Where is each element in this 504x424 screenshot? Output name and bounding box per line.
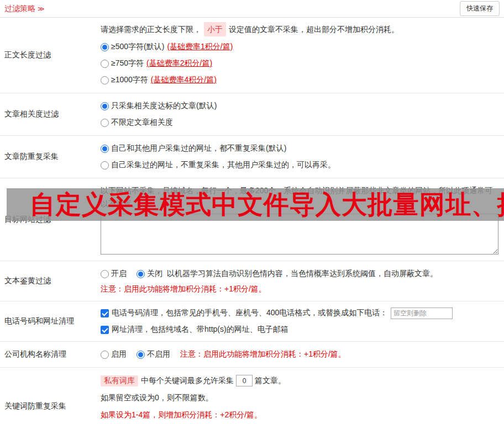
- option-label: 不启用: [147, 349, 170, 359]
- url-clean-line: 网址清理，包括纯域名、带http(s)的网址、电子邮箱: [101, 321, 498, 338]
- option-label: 不限定文章相关度: [111, 118, 173, 128]
- option-label: ≥1000字符: [111, 75, 148, 85]
- fee-note: (基础费率2积分/篇): [146, 59, 212, 68]
- radio-porn-off[interactable]: [136, 270, 145, 278]
- relevance-filter-label: 文章相关度过滤: [0, 93, 95, 135]
- row-phone-url-clean: 电话号码和网址清理 电话号码清理，包括常见的手机号、座机号、400电话格式，或替…: [0, 301, 504, 342]
- row-dedup-filter: 文章防重复采集 自己和其他用户采集过的网址，都不重复采集(默认) 自己采集过的网…: [0, 136, 504, 178]
- row-company-clean: 公司机构名称清理 启用 不启用 注意：启用此功能将增加积分消耗：+1积分/篇。: [0, 342, 504, 368]
- phone-clean-line: 电话号码清理，包括常见的手机号、座机号、400电话格式，或替换成如下电话：: [101, 305, 498, 321]
- page-title[interactable]: 过滤策略 ≫: [4, 4, 45, 14]
- row-relevance-filter: 文章相关度过滤 只采集相关度达标的文章(默认) 不限定文章相关度: [0, 93, 504, 136]
- company-clean-options: 启用 不启用 注意：启用此功能将增加积分消耗：+1积分/篇。: [101, 346, 498, 363]
- company-clean-note: 注意：启用此功能将增加积分消耗：+1积分/篇。: [180, 349, 346, 359]
- radio-length-1000[interactable]: [101, 76, 109, 84]
- length-filter-content: 请选择需求的正文长度下限， 小于 设定值的文章不采集，超出部分不增加积分消耗。 …: [95, 18, 504, 93]
- radio-dedup-self-only[interactable]: [101, 161, 109, 169]
- checkbox-url-clean[interactable]: [101, 326, 109, 334]
- fee-note: (基础费率4积分/篇): [151, 75, 217, 85]
- radio-dedup-all-users[interactable]: [101, 145, 109, 153]
- chevron-double-icon: ≫: [38, 5, 45, 13]
- keyword-dedup-text-2: 篇文章。: [255, 376, 286, 386]
- length-filter-intro: 请选择需求的正文长度下限， 小于 设定值的文章不采集，超出部分不增加积分消耗。: [101, 22, 498, 36]
- keyword-dedup-line3: 如果设为1-4篇，则增加积分消耗：+2积分/篇。: [101, 406, 498, 423]
- length-filter-label: 正文长度过滤: [0, 18, 95, 93]
- option-label: ≥500字符(默认): [111, 42, 164, 52]
- phone-url-clean-label: 电话号码和网址清理: [0, 301, 95, 341]
- fee-note: (基础费率1积分/篇): [167, 42, 233, 52]
- radio-relevance-strict[interactable]: [101, 102, 109, 110]
- option-porn-on[interactable]: 开启: [101, 266, 127, 282]
- option-label: ≥750字符: [111, 59, 144, 68]
- keyword-dedup-text-1: 中每个关键词最多允许采集: [141, 376, 234, 386]
- intro-text-1: 请选择需求的正文长度下限，: [101, 23, 201, 36]
- keyword-dedup-line1: 私有词库 中每个关键词最多允许采集 篇文章。: [101, 372, 498, 389]
- porn-filter-note: 注意：启用此功能将增加积分消耗：+1积分/篇。: [101, 282, 498, 296]
- option-porn-off[interactable]: 关闭: [136, 266, 162, 282]
- phone-clean-label: 电话号码清理，包括常见的手机号、座机号、400电话格式，或替换成如下电话：: [112, 308, 387, 318]
- option-length-500[interactable]: ≥500字符(默认) (基础费率1积分/篇): [101, 39, 498, 55]
- url-clean-label: 网址清理，包括纯域名、带http(s)的网址、电子邮箱: [112, 325, 288, 335]
- private-thesaurus-badge: 私有词库: [101, 375, 138, 386]
- company-clean-content: 启用 不启用 注意：启用此功能将增加积分消耗：+1积分/篇。: [95, 342, 504, 367]
- quick-save-button[interactable]: 快速保存: [460, 1, 500, 16]
- keyword-dedup-content: 私有词库 中每个关键词最多允许采集 篇文章。 如果留空或设为0，则不限篇数。 如…: [95, 368, 504, 424]
- option-label: 只采集相关度达标的文章(默认): [111, 101, 217, 111]
- keyword-dedup-label: 关键词防重复采集: [0, 368, 95, 424]
- phone-replace-input[interactable]: [391, 308, 453, 319]
- option-relevance-any[interactable]: 不限定文章相关度: [101, 114, 498, 131]
- option-relevance-strict[interactable]: 只采集相关度达标的文章(默认): [101, 98, 498, 114]
- intro-text-2: 设定值的文章不采集，超出部分不增加积分消耗。: [229, 23, 399, 36]
- option-label: 关闭: [147, 269, 162, 279]
- option-length-750[interactable]: ≥750字符 (基础费率2积分/篇): [101, 55, 498, 72]
- option-length-1000[interactable]: ≥1000字符 (基础费率4积分/篇): [101, 72, 498, 88]
- radio-length-750[interactable]: [101, 60, 109, 68]
- option-dedup-self-only[interactable]: 自己采集过的网址，不重复采集，其他用户采集过的，可以再采。: [101, 157, 498, 173]
- porn-filter-desc: 以机器学习算法自动识别色情内容，当色情概率达到系统阈值，自动屏蔽文章。: [167, 269, 438, 279]
- keyword-count-input[interactable]: [236, 375, 253, 386]
- radio-relevance-any[interactable]: [101, 119, 109, 127]
- option-label: 自己采集过的网址，不重复采集，其他用户采集过的，可以再采。: [111, 160, 335, 170]
- row-porn-filter: 文本鉴黄过滤 开启 关闭 以机器学习算法自动识别色情内容，当色情概率达到系统阈值…: [0, 261, 504, 301]
- dedup-filter-label: 文章防重复采集: [0, 136, 95, 178]
- keyword-dedup-line2: 如果留空或设为0，则不限篇数。: [101, 389, 498, 406]
- row-keyword-dedup: 关键词防重复采集 私有词库 中每个关键词最多允许采集 篇文章。 如果留空或设为0…: [0, 368, 504, 424]
- radio-porn-on[interactable]: [101, 270, 109, 278]
- overlay-banner: 自定义采集模式中文件导入大批量网址、批: [7, 188, 504, 221]
- option-label: 启用: [111, 349, 127, 359]
- porn-filter-label: 文本鉴黄过滤: [0, 261, 95, 301]
- checkbox-phone-clean[interactable]: [101, 309, 109, 317]
- option-company-off[interactable]: 不启用: [136, 346, 170, 363]
- radio-company-on[interactable]: [101, 351, 109, 359]
- less-than-badge: 小于: [204, 22, 226, 36]
- option-label: 开启: [111, 269, 127, 279]
- header: 过滤策略 ≫ 快速保存: [0, 0, 504, 18]
- radio-length-500[interactable]: [101, 43, 109, 51]
- porn-filter-options: 开启 关闭 以机器学习算法自动识别色情内容，当色情概率达到系统阈值，自动屏蔽文章…: [101, 266, 498, 282]
- overlay-caption: 自定义采集模式中文件导入大批量网址、批: [7, 188, 504, 221]
- page-title-text: 过滤策略: [4, 4, 35, 14]
- relevance-filter-content: 只采集相关度达标的文章(默认) 不限定文章相关度: [95, 93, 504, 135]
- phone-url-clean-content: 电话号码清理，包括常见的手机号、座机号、400电话格式，或替换成如下电话： 网址…: [95, 301, 504, 341]
- company-clean-label: 公司机构名称清理: [0, 342, 95, 367]
- radio-company-off[interactable]: [136, 351, 145, 359]
- row-length-filter: 正文长度过滤 请选择需求的正文长度下限， 小于 设定值的文章不采集，超出部分不增…: [0, 18, 504, 93]
- option-label: 自己和其他用户采集过的网址，都不重复采集(默认): [111, 144, 286, 153]
- dedup-filter-content: 自己和其他用户采集过的网址，都不重复采集(默认) 自己采集过的网址，不重复采集，…: [95, 136, 504, 178]
- filter-strategy-page: 过滤策略 ≫ 快速保存 正文长度过滤 请选择需求的正文长度下限， 小于 设定值的…: [0, 0, 504, 424]
- option-company-on[interactable]: 启用: [101, 346, 127, 363]
- porn-filter-content: 开启 关闭 以机器学习算法自动识别色情内容，当色情概率达到系统阈值，自动屏蔽文章…: [95, 261, 504, 301]
- option-dedup-all-users[interactable]: 自己和其他用户采集过的网址，都不重复采集(默认): [101, 140, 498, 157]
